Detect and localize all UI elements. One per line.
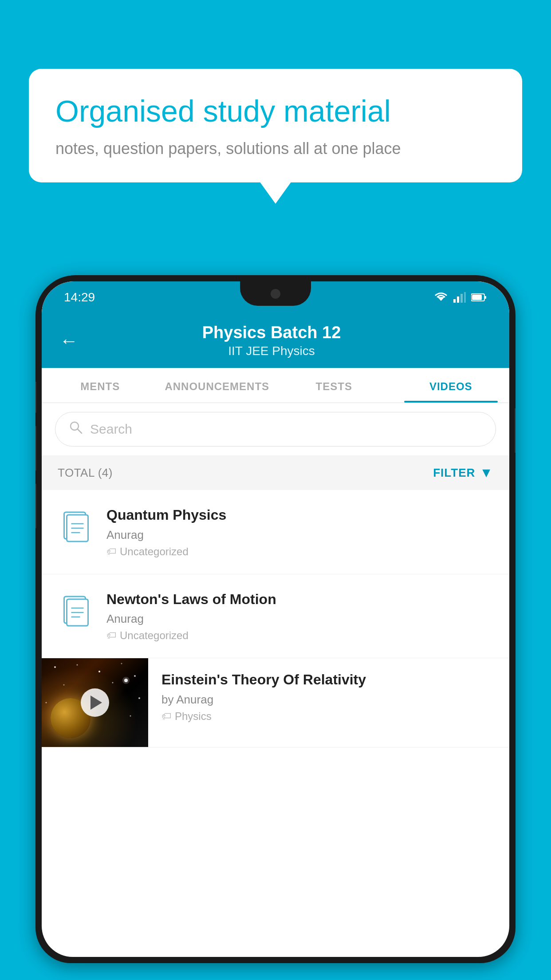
video-info: Quantum Physics Anurag 🏷 Uncategorized [106, 506, 493, 558]
video-file-icon [58, 509, 93, 546]
tab-tests[interactable]: TESTS [276, 368, 393, 403]
play-triangle-icon [91, 695, 102, 710]
search-icon [69, 420, 83, 438]
phone-screen: 14:29 [42, 281, 509, 957]
list-item[interactable]: Einstein's Theory Of Relativity by Anura… [42, 658, 509, 747]
svg-marker-0 [437, 297, 445, 301]
phone-outer: 14:29 [35, 275, 516, 963]
video-title: Einstein's Theory Of Relativity [161, 671, 496, 689]
search-placeholder: Search [90, 422, 132, 437]
video-title: Quantum Physics [106, 506, 493, 525]
app-header: ← Physics Batch 12 IIT JEE Physics [42, 313, 509, 368]
battery-icon [471, 293, 487, 302]
speech-bubble: Organised study material notes, question… [29, 69, 522, 182]
phone-volume-down-button [35, 484, 36, 528]
total-bar: TOTAL (4) FILTER ▼ [42, 455, 509, 490]
svg-rect-2 [457, 296, 459, 303]
svg-point-29 [46, 702, 47, 703]
tab-ments[interactable]: MENTS [42, 368, 159, 403]
svg-rect-6 [484, 296, 486, 299]
video-author: by Anurag [161, 693, 496, 707]
speech-bubble-container: Organised study material notes, question… [29, 69, 522, 182]
svg-rect-7 [472, 295, 482, 300]
filter-label: FILTER [433, 466, 475, 480]
video-thumbnail [42, 658, 148, 747]
play-button[interactable] [81, 688, 109, 717]
total-label: TOTAL (4) [58, 466, 113, 480]
svg-rect-3 [460, 294, 463, 303]
video-title: Newton's Laws of Motion [106, 590, 493, 609]
camera-dot [271, 289, 280, 299]
svg-rect-4 [464, 292, 466, 303]
video-info: Newton's Laws of Motion Anurag 🏷 Uncateg… [106, 590, 493, 642]
video-author: Anurag [106, 528, 493, 542]
svg-point-26 [112, 682, 114, 684]
status-time: 14:29 [64, 290, 95, 304]
batch-title: Physics Batch 12 [87, 323, 456, 342]
svg-point-21 [77, 664, 78, 666]
header-tags: IIT JEE Physics [87, 344, 456, 358]
tag-icon: 🏷 [106, 630, 116, 641]
svg-line-9 [78, 429, 82, 433]
list-item[interactable]: Newton's Laws of Motion Anurag 🏷 Uncateg… [42, 574, 509, 659]
video-list: Quantum Physics Anurag 🏷 Uncategorized [42, 490, 509, 747]
tab-videos[interactable]: VIDEOS [393, 368, 510, 403]
svg-point-25 [63, 684, 65, 686]
filter-button[interactable]: FILTER ▼ [433, 465, 493, 480]
video-tag: 🏷 Uncategorized [106, 629, 493, 642]
video-tag: 🏷 Uncategorized [106, 545, 493, 558]
svg-point-22 [98, 671, 100, 672]
svg-point-20 [54, 666, 56, 668]
bubble-subtitle: notes, question papers, solutions all at… [55, 139, 496, 158]
wifi-icon [434, 292, 448, 303]
bubble-title: Organised study material [55, 93, 496, 130]
video-tag: 🏷 Physics [161, 710, 496, 723]
header-title-block: Physics Batch 12 IIT JEE Physics [87, 323, 456, 358]
back-button[interactable]: ← [59, 330, 78, 352]
search-container: Search [42, 403, 509, 455]
video-author: Anurag [106, 612, 493, 626]
svg-point-24 [134, 675, 136, 677]
status-icons [434, 292, 487, 303]
phone-volume-up-button [35, 426, 36, 470]
phone-notch [240, 281, 311, 306]
tabs-bar: MENTS ANNOUNCEMENTS TESTS VIDEOS [42, 368, 509, 403]
video-file-icon [58, 593, 93, 630]
svg-point-31 [130, 715, 131, 717]
signal-icon [453, 292, 466, 303]
tab-announcements[interactable]: ANNOUNCEMENTS [159, 368, 276, 403]
search-bar[interactable]: Search [55, 412, 496, 447]
svg-point-28 [138, 697, 140, 699]
svg-point-33 [122, 677, 130, 684]
video-info: Einstein's Theory Of Relativity by Anura… [148, 658, 509, 735]
phone-silent-button [35, 382, 36, 413]
svg-point-23 [121, 663, 122, 664]
phone-power-button [515, 408, 516, 453]
status-bar: 14:29 [42, 281, 509, 313]
phone-container: 14:29 [35, 275, 516, 980]
tag-icon: 🏷 [106, 546, 116, 557]
svg-rect-1 [453, 299, 456, 303]
list-item[interactable]: Quantum Physics Anurag 🏷 Uncategorized [42, 490, 509, 574]
filter-icon: ▼ [480, 465, 493, 480]
tag-icon: 🏷 [161, 711, 171, 722]
